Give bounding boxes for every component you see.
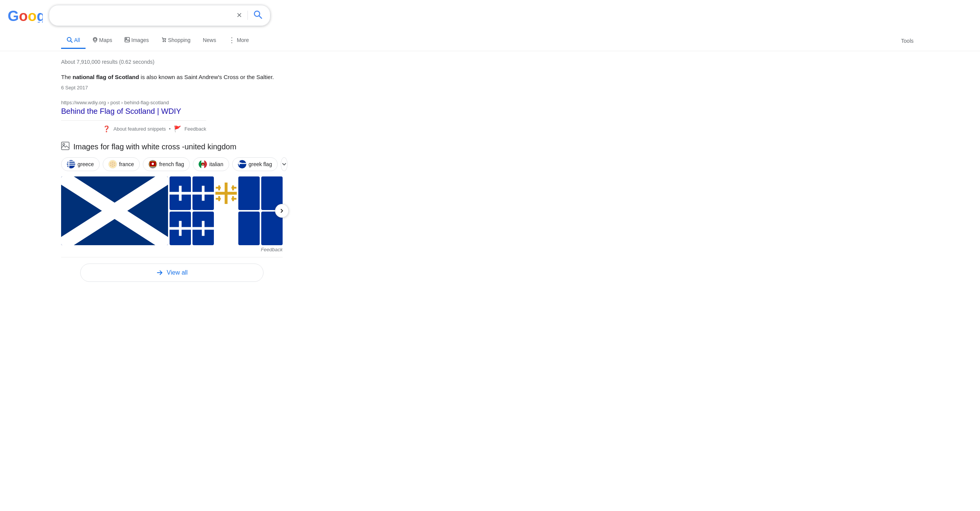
grid-feedback[interactable]: Feedback	[61, 247, 283, 252]
snippet-text-before: The	[61, 74, 73, 80]
svg-point-5	[94, 38, 96, 40]
nav-item-news[interactable]: News	[197, 33, 222, 48]
svg-point-26	[112, 164, 113, 165]
nav-images-label: Images	[131, 37, 149, 43]
feedback-link[interactable]: Feedback	[184, 126, 206, 132]
svg-point-9	[165, 41, 165, 42]
nav-item-all[interactable]: All	[61, 33, 86, 49]
france-flag-icon	[108, 160, 117, 168]
chip-greek-flag[interactable]: greek flag	[232, 157, 278, 171]
jerusalem-cross-icon	[215, 182, 237, 205]
svg-rect-57	[231, 187, 236, 189]
clear-icon[interactable]: ✕	[235, 10, 244, 21]
chip-greece[interactable]: greece	[61, 157, 100, 171]
nav-item-images[interactable]: Images	[119, 33, 154, 49]
divider	[61, 257, 283, 257]
dot-separator: •	[169, 126, 171, 132]
shopping-icon	[161, 37, 167, 44]
svg-point-23	[110, 165, 111, 166]
svg-rect-59	[216, 198, 221, 200]
svg-text:⚙: ⚙	[202, 163, 204, 166]
svg-rect-14	[67, 165, 75, 166]
snippet-bold-text: national flag of Scotland	[73, 74, 139, 80]
svg-rect-16	[68, 160, 70, 168]
filter-chips: greece	[61, 157, 283, 171]
grid-next-button[interactable]	[275, 204, 289, 218]
chip-italian-label: italian	[209, 161, 223, 167]
featured-snippet: The national flag of Scotland is also kn…	[61, 73, 283, 92]
svg-rect-33	[199, 160, 201, 168]
nav-maps-label: Maps	[99, 37, 112, 43]
flag-thumb-6[interactable]	[170, 212, 191, 245]
svg-point-11	[63, 143, 65, 145]
flag-thumb-1[interactable]	[170, 176, 191, 210]
more-icon: ⋮	[228, 36, 235, 44]
nav-item-shopping[interactable]: Shopping	[156, 33, 196, 49]
svg-point-8	[163, 41, 163, 42]
flag-thumb-9[interactable]	[238, 212, 260, 245]
search-nav-icon	[66, 37, 73, 44]
about-featured-snippets[interactable]: About featured snippets	[113, 126, 166, 132]
svg-line-2	[259, 16, 262, 18]
svg-rect-53	[215, 192, 237, 194]
nav-more-label: More	[237, 37, 249, 43]
svg-rect-71	[261, 221, 283, 236]
snippet-date: 6 Sept 2017	[61, 84, 283, 92]
chip-french-flag[interactable]: french flag	[143, 157, 190, 171]
svg-point-31	[152, 163, 154, 165]
google-logo[interactable]: Google	[8, 4, 43, 27]
nav-item-more[interactable]: ⋮ More	[223, 32, 254, 49]
chip-greece-label: greece	[78, 161, 94, 167]
results-count: About 7,910,000 results (0.62 seconds)	[61, 59, 283, 65]
scotland-flag-image[interactable]	[61, 176, 168, 245]
svg-line-4	[71, 41, 72, 42]
arrow-right-icon	[156, 269, 163, 276]
flag-thumb-7[interactable]	[192, 212, 214, 245]
view-all-label: View all	[167, 269, 188, 276]
chip-greek-flag-label: greek flag	[249, 161, 272, 167]
images-section-icon	[61, 142, 70, 152]
svg-rect-15	[67, 161, 75, 162]
search-icon[interactable]	[252, 8, 264, 23]
french-flag-icon	[149, 160, 157, 168]
chips-expand-button[interactable]	[281, 157, 288, 171]
greece-flag-icon	[67, 160, 75, 168]
divider	[247, 11, 248, 20]
svg-rect-13	[67, 163, 75, 164]
view-all-wrapper: View all	[61, 264, 283, 289]
nav-item-maps[interactable]: Maps	[87, 33, 118, 49]
snippet-actions: ❓ About featured snippets • 🚩 Feedback	[61, 120, 206, 133]
svg-rect-35	[204, 160, 207, 168]
svg-point-20	[110, 163, 111, 163]
svg-rect-62	[238, 186, 260, 201]
svg-point-25	[114, 165, 115, 166]
svg-rect-55	[216, 187, 221, 189]
nav-all-label: All	[74, 37, 80, 43]
snippet-url: https://www.wdiy.org › post › behind-fla…	[61, 100, 283, 105]
images-section-title: Images for flag with white cross -united…	[73, 142, 236, 151]
italian-flag-icon: ⚙	[199, 160, 207, 168]
image-grid	[61, 176, 283, 245]
tools-button[interactable]: Tools	[896, 34, 919, 48]
flag-thumbs-grid	[170, 176, 283, 245]
greek-flag-icon	[238, 160, 246, 168]
images-icon	[125, 37, 130, 44]
snippet-link[interactable]: Behind the Flag of Scotland | WDIY	[61, 107, 181, 115]
svg-rect-63	[261, 186, 283, 201]
images-header: Images for flag with white cross -united…	[61, 142, 283, 152]
svg-rect-61	[231, 198, 236, 200]
news-label: News	[203, 37, 216, 43]
images-section: Images for flag with white cross -united…	[61, 142, 283, 289]
view-all-button[interactable]: View all	[80, 264, 264, 282]
navigation: All Maps Images Shopping News ⋮ More Too…	[0, 31, 980, 51]
chip-italian[interactable]: ⚙ italian	[193, 157, 229, 171]
flag-thumb-2[interactable]	[192, 176, 214, 210]
scotland-flag-svg	[61, 176, 168, 245]
flag-thumb-4[interactable]	[238, 176, 260, 210]
svg-point-22	[114, 163, 115, 163]
header: Google flag with white cross -united kin…	[0, 0, 980, 31]
flag-thumb-3[interactable]	[215, 176, 237, 210]
chip-french-flag-label: french flag	[159, 161, 184, 167]
search-input[interactable]: flag with white cross -united kingdom	[55, 11, 231, 19]
chip-france[interactable]: france	[103, 157, 140, 171]
